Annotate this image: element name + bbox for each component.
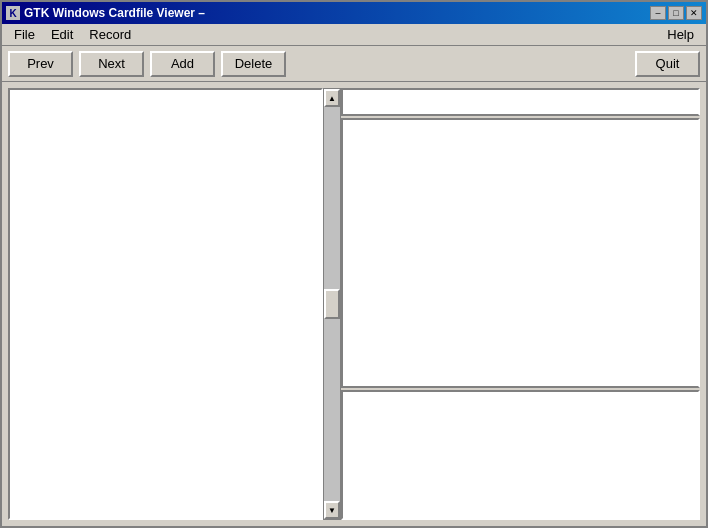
- menu-edit[interactable]: Edit: [43, 25, 81, 44]
- title-bar-left: K GTK Windows Cardfile Viewer –: [6, 6, 205, 20]
- quit-button[interactable]: Quit: [635, 51, 700, 77]
- content-area: ▲ ▼: [2, 82, 706, 526]
- close-button[interactable]: ✕: [686, 6, 702, 20]
- menu-help[interactable]: Help: [659, 25, 702, 44]
- main-window: K GTK Windows Cardfile Viewer – – □ ✕ Fi…: [0, 0, 708, 528]
- scrollbar: ▲ ▼: [323, 88, 341, 520]
- right-panel: [341, 88, 700, 520]
- window-title: GTK Windows Cardfile Viewer –: [24, 6, 205, 20]
- title-bar-controls: – □ ✕: [650, 6, 702, 20]
- scroll-track[interactable]: [324, 107, 340, 501]
- card-list-panel: [8, 88, 323, 520]
- menu-file[interactable]: File: [6, 25, 43, 44]
- app-icon: K: [6, 6, 20, 20]
- add-button[interactable]: Add: [150, 51, 215, 77]
- scroll-down-button[interactable]: ▼: [324, 501, 340, 519]
- scroll-up-button[interactable]: ▲: [324, 89, 340, 107]
- title-bar: K GTK Windows Cardfile Viewer – – □ ✕: [2, 2, 706, 24]
- scroll-thumb[interactable]: [324, 289, 340, 319]
- card-extra-field: [341, 390, 700, 520]
- minimize-button[interactable]: –: [650, 6, 666, 20]
- next-button[interactable]: Next: [79, 51, 144, 77]
- menu-bar: File Edit Record Help: [2, 24, 706, 46]
- maximize-button[interactable]: □: [668, 6, 684, 20]
- prev-button[interactable]: Prev: [8, 51, 73, 77]
- toolbar: Prev Next Add Delete Quit: [2, 46, 706, 82]
- menu-record[interactable]: Record: [81, 25, 139, 44]
- card-title-field: [341, 88, 700, 116]
- delete-button[interactable]: Delete: [221, 51, 286, 77]
- card-body-field: [341, 118, 700, 388]
